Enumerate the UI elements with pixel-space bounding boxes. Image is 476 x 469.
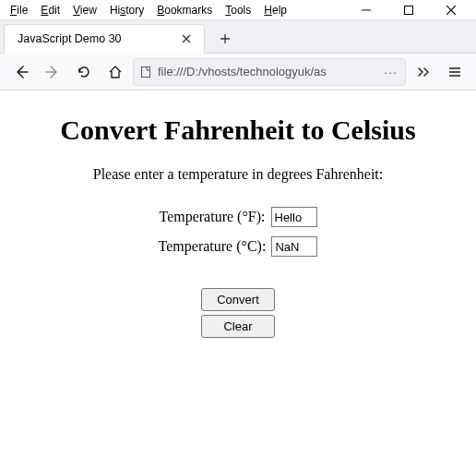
- app-menu-button[interactable]: [441, 58, 469, 86]
- reload-button[interactable]: [70, 58, 98, 86]
- page-content: Convert Fahrenheit to Celsius Please ent…: [0, 90, 476, 351]
- close-icon: [182, 34, 191, 43]
- home-icon: [108, 65, 123, 79]
- label-celsius: Temperature (°C):: [159, 238, 267, 255]
- url-bar[interactable]: file:///D:/vhosts/technologyuk/as ···: [133, 58, 406, 86]
- window-minimize-button[interactable]: [345, 0, 387, 20]
- svg-rect-1: [142, 66, 150, 77]
- svg-rect-0: [405, 6, 413, 14]
- page-heading: Convert Fahrenheit to Celsius: [18, 114, 458, 146]
- maximize-icon: [404, 6, 413, 15]
- arrow-right-icon: [45, 65, 60, 79]
- input-fahrenheit[interactable]: [271, 207, 317, 227]
- new-tab-button[interactable]: [212, 26, 238, 52]
- field-celsius: Temperature (°C):: [18, 236, 458, 257]
- url-text: file:///D:/vhosts/technologyuk/as: [158, 65, 376, 78]
- label-fahrenheit: Temperature (°F):: [159, 209, 265, 225]
- plus-icon: [220, 33, 231, 44]
- page-icon: [139, 66, 152, 78]
- url-overflow-icon[interactable]: ···: [382, 65, 399, 79]
- nav-toolbar: file:///D:/vhosts/technologyuk/as ···: [0, 54, 476, 90]
- forward-button[interactable]: [39, 58, 66, 86]
- page-prompt: Please enter a temperature in degrees Fa…: [18, 166, 458, 183]
- menu-help[interactable]: Help: [257, 2, 293, 18]
- window-close-button[interactable]: [430, 0, 472, 20]
- tab-bar: JavaScript Demo 30: [0, 20, 476, 54]
- browser-menubar: File Edit View History Bookmarks Tools H…: [0, 0, 476, 20]
- button-group: Convert Clear: [18, 288, 458, 338]
- back-button[interactable]: [7, 58, 35, 86]
- menu-bookmarks[interactable]: Bookmarks: [150, 2, 219, 18]
- reload-icon: [77, 65, 91, 79]
- overflow-chevrons-button[interactable]: [410, 58, 437, 86]
- menu-view[interactable]: View: [66, 2, 103, 18]
- hamburger-icon: [447, 65, 462, 79]
- chevrons-right-icon: [416, 65, 431, 79]
- convert-button[interactable]: Convert: [201, 288, 275, 311]
- menu-file[interactable]: File: [4, 2, 34, 18]
- menu-tools[interactable]: Tools: [219, 2, 257, 18]
- field-fahrenheit: Temperature (°F):: [18, 207, 458, 227]
- arrow-left-icon: [14, 65, 29, 79]
- tab-close-button[interactable]: [178, 30, 195, 47]
- tab-active[interactable]: JavaScript Demo 30: [4, 24, 205, 54]
- menu-edit[interactable]: Edit: [34, 2, 66, 18]
- window-controls: [345, 0, 472, 20]
- minimize-icon: [362, 6, 371, 15]
- window-maximize-button[interactable]: [387, 0, 430, 20]
- home-button[interactable]: [101, 58, 129, 86]
- tab-title: JavaScript Demo 30: [18, 32, 173, 45]
- input-celsius[interactable]: [271, 236, 317, 257]
- close-icon: [446, 6, 456, 15]
- menu-history[interactable]: History: [103, 2, 150, 18]
- clear-button[interactable]: Clear: [201, 315, 275, 338]
